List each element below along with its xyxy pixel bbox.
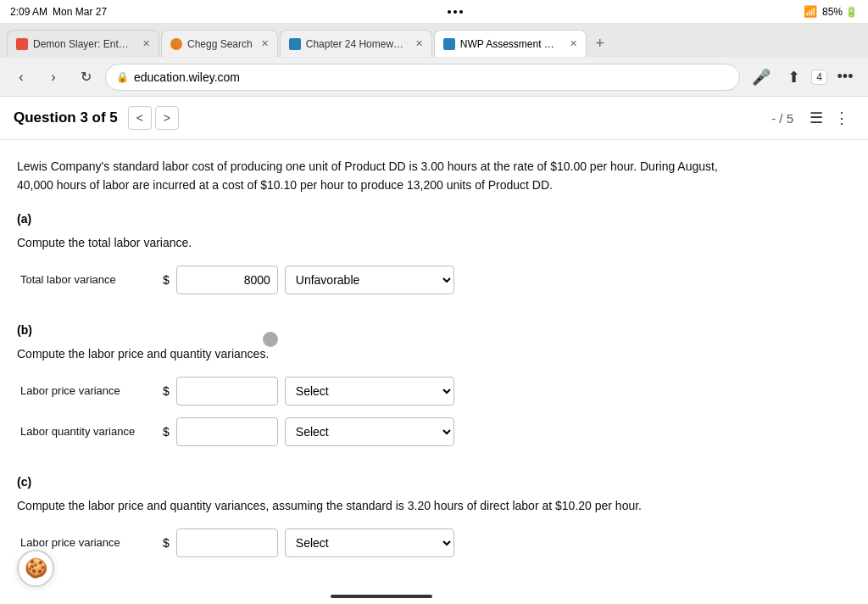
question-score: - / 5 xyxy=(771,111,793,126)
tab-favicon-1 xyxy=(16,38,28,50)
total-labor-variance-row: Total labor variance $ Unfavorable Favor… xyxy=(17,266,746,294)
question-title: Question 3 of 5 xyxy=(14,109,118,126)
tab-close-3[interactable]: ✕ xyxy=(415,38,423,49)
labor-price-variance-c-input[interactable] xyxy=(176,528,278,557)
nav-right-buttons: 🎤 ⬆ 4 ••• xyxy=(747,63,860,92)
new-tab-button[interactable]: + xyxy=(588,31,612,55)
page-content: Question 3 of 5 < > - / 5 ☰ ⋮ Lewis Comp… xyxy=(0,97,868,604)
cookie-icon: 🍪 xyxy=(25,557,47,579)
prev-question-button[interactable]: < xyxy=(128,106,152,130)
labor-price-variance-input[interactable] xyxy=(176,377,278,405)
mic-button[interactable]: 🎤 xyxy=(747,63,776,92)
status-left: 2:09 AM Mon Mar 27 xyxy=(10,6,107,18)
total-labor-variance-input[interactable] xyxy=(176,266,278,294)
problem-text: Lewis Company's standard labor cost of p… xyxy=(17,157,746,195)
tab-title-4: NWP Assessment Player xyxy=(460,38,561,50)
forward-button[interactable]: › xyxy=(41,64,66,90)
tab-chapter24[interactable]: Chapter 24 Homework ✕ xyxy=(280,30,432,57)
labor-quantity-variance-input[interactable] xyxy=(176,417,278,446)
tab-close-2[interactable]: ✕ xyxy=(261,38,269,49)
status-bar: 2:09 AM Mon Mar 27 📶 85% 🔋 xyxy=(0,0,868,24)
section-a-label: (a) xyxy=(17,212,746,226)
more-button[interactable]: ••• xyxy=(831,63,860,92)
tab-favicon-4 xyxy=(443,38,455,50)
labor-price-variance-c-select[interactable]: Select Favorable Unfavorable xyxy=(285,528,454,557)
tab-bar: Demon Slayer: Entertain ✕ Chegg Search ✕… xyxy=(0,24,868,58)
day-date: Mon Mar 27 xyxy=(53,6,107,18)
tab-favicon-3 xyxy=(289,38,301,50)
tab-close-4[interactable]: ✕ xyxy=(570,38,577,49)
refresh-button[interactable]: ↻ xyxy=(73,64,98,90)
tab-count-badge[interactable]: 4 xyxy=(811,70,827,85)
list-icon[interactable]: ☰ xyxy=(804,105,829,131)
labor-price-variance-c-label: Labor price variance xyxy=(20,536,156,549)
question-body: Lewis Company's standard labor cost of p… xyxy=(0,140,763,604)
battery-icon: 85% 🔋 xyxy=(822,6,858,18)
tab-close-1[interactable]: ✕ xyxy=(142,38,150,49)
labor-quantity-variance-row: Labor quantity variance $ Select Favorab… xyxy=(17,417,746,446)
labor-price-variance-c-row: Labor price variance $ Select Favorable … xyxy=(17,528,746,557)
section-b-label: (b) xyxy=(17,323,746,337)
nav-bar: ‹ › ↻ 🔒 education.wiley.com 🎤 ⬆ 4 ••• xyxy=(0,58,868,97)
tab-favicon-2 xyxy=(170,38,182,50)
total-labor-variance-select[interactable]: Unfavorable Favorable xyxy=(285,266,454,294)
labor-quantity-variance-label: Labor quantity variance xyxy=(20,425,156,438)
wifi-icon: 📶 xyxy=(804,5,817,18)
section-c-instruction: Compute the labor price and quantity var… xyxy=(17,497,746,515)
labor-price-variance-label: Labor price variance xyxy=(20,384,156,397)
url-text: education.wiley.com xyxy=(134,70,240,84)
dollar-sign-b1: $ xyxy=(163,384,170,398)
scroll-bar-indicator xyxy=(331,595,432,598)
next-question-button[interactable]: > xyxy=(155,106,179,130)
section-b-instruction: Compute the labor price and quantity var… xyxy=(17,345,746,363)
lock-icon: 🔒 xyxy=(116,71,129,83)
time: 2:09 AM xyxy=(10,6,47,18)
total-labor-variance-label: Total labor variance xyxy=(20,273,156,286)
tab-title-2: Chegg Search xyxy=(187,38,253,50)
dollar-sign-c1: $ xyxy=(163,536,170,550)
section-a-instruction: Compute the total labor variance. xyxy=(17,234,746,252)
question-nav: Question 3 of 5 < > xyxy=(14,106,179,130)
dollar-sign-a: $ xyxy=(163,273,170,287)
question-header: Question 3 of 5 < > - / 5 ☰ ⋮ xyxy=(0,97,868,140)
back-button[interactable]: ‹ xyxy=(8,64,34,90)
address-bar[interactable]: 🔒 education.wiley.com xyxy=(105,64,740,91)
tab-chegg[interactable]: Chegg Search ✕ xyxy=(161,30,278,57)
labor-price-variance-row: Labor price variance $ Select Favorable … xyxy=(17,377,746,405)
tab-title-3: Chapter 24 Homework xyxy=(306,38,407,50)
battery-pct: 85% xyxy=(822,6,843,18)
section-c-label: (c) xyxy=(17,475,746,489)
labor-price-variance-select[interactable]: Select Favorable Unfavorable xyxy=(285,377,454,405)
tab-title-1: Demon Slayer: Entertain xyxy=(33,38,134,50)
tab-demon-slayer[interactable]: Demon Slayer: Entertain ✕ xyxy=(7,30,159,57)
dots-menu xyxy=(448,10,463,14)
dollar-sign-b2: $ xyxy=(163,425,170,439)
cookie-button[interactable]: 🍪 xyxy=(17,550,54,587)
status-right: 📶 85% 🔋 xyxy=(804,5,858,18)
tab-nwp[interactable]: NWP Assessment Player ✕ xyxy=(434,30,587,57)
kebab-icon[interactable]: ⋮ xyxy=(829,105,854,131)
labor-quantity-variance-select[interactable]: Select Favorable Unfavorable xyxy=(285,417,454,446)
share-button[interactable]: ⬆ xyxy=(779,63,808,92)
